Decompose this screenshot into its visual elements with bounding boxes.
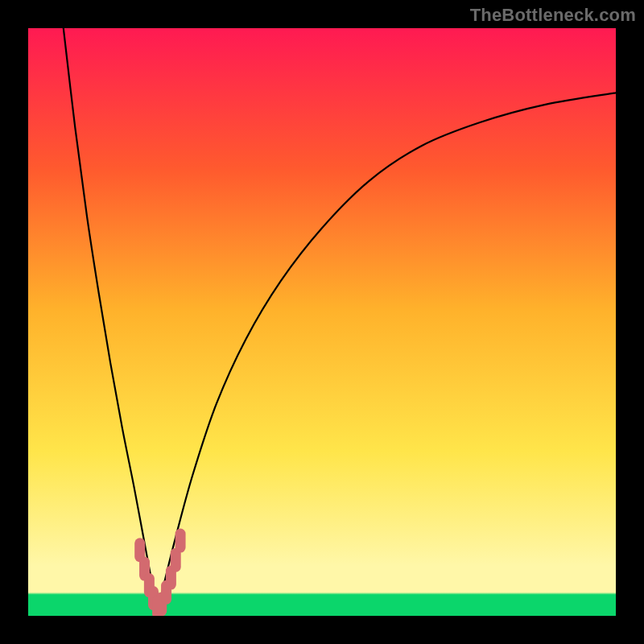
chart-frame: TheBottleneck.com bbox=[0, 0, 644, 644]
watermark-text: TheBottleneck.com bbox=[470, 5, 636, 26]
gradient-background bbox=[28, 28, 616, 616]
plot-area bbox=[28, 28, 616, 616]
marker-pill bbox=[175, 529, 186, 553]
plot-svg bbox=[28, 28, 616, 616]
